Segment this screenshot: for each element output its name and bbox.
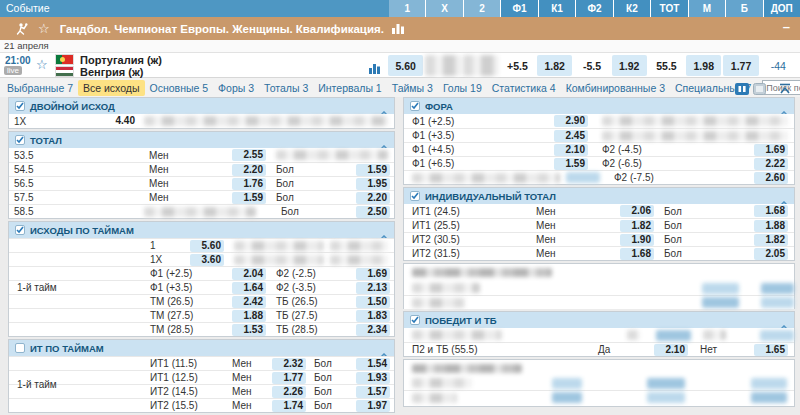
odds-cell[interactable]: 4.40 xyxy=(104,115,138,127)
checkbox-checked-icon[interactable] xyxy=(15,225,25,235)
more-markets-count[interactable]: -44 xyxy=(761,55,796,76)
checkbox-unchecked-icon[interactable] xyxy=(15,343,25,353)
tab-main[interactable]: Основные 5 xyxy=(145,80,214,96)
odds-cell[interactable]: 1.57 xyxy=(356,386,390,398)
odds-cell[interactable]: 1.69 xyxy=(754,144,788,156)
checkbox-checked-icon[interactable] xyxy=(410,191,420,201)
odds-cell[interactable]: 2.10 xyxy=(554,144,588,156)
blurred-cells xyxy=(144,116,388,126)
market-row: 58.5 Бол 2.50 xyxy=(9,204,394,218)
checkbox-checked-icon[interactable] xyxy=(15,135,25,145)
odds-cell-x-blurred[interactable] xyxy=(425,55,460,76)
odds-cell[interactable]: 2.55 xyxy=(232,149,266,161)
market-tabs: Выбранные 7 Все исходы Основные 5 Форы 3… xyxy=(0,78,800,97)
section-header[interactable]: ИСХОДЫ ПО ТАЙМАМ xyxy=(9,222,394,238)
market-row: 53.5 Мен 2.55 xyxy=(9,148,394,162)
line-label: Ф1 (+3.5) xyxy=(145,282,232,293)
odds-cell[interactable]: 2.90 xyxy=(554,115,588,127)
odds-cell[interactable]: 1.50 xyxy=(356,296,390,308)
tab-combined[interactable]: Комбинированные 3 xyxy=(561,80,670,96)
portugal-flag-icon xyxy=(56,55,73,64)
tab-totals[interactable]: Тоталы 3 xyxy=(259,80,313,96)
odds-cell[interactable]: 1.82 xyxy=(620,220,654,232)
odds-cell[interactable]: 1.83 xyxy=(356,310,390,322)
odds-cell-w1[interactable]: 5.60 xyxy=(388,55,423,76)
odds-cell[interactable]: 1.88 xyxy=(754,220,788,232)
favorite-star-icon[interactable]: ☆ xyxy=(38,21,50,36)
odds-cell[interactable]: 1.93 xyxy=(356,372,390,384)
checkbox-checked-icon[interactable] xyxy=(410,101,420,111)
tab-goals[interactable]: Голы 19 xyxy=(438,80,487,96)
direction-label: Бол xyxy=(654,234,754,245)
odds-cell[interactable]: 1.64 xyxy=(232,282,266,294)
blurred-row xyxy=(404,376,794,390)
checkbox-checked-icon[interactable] xyxy=(15,101,25,111)
odds-cell[interactable]: 2.22 xyxy=(754,158,788,170)
section-title: ИСХОДЫ ПО ТАЙМАМ xyxy=(30,225,134,236)
match-stats-icon[interactable] xyxy=(369,60,380,78)
odds-cell[interactable]: 2.50 xyxy=(356,206,390,218)
section-header[interactable]: ИНДИВИДУАЛЬНЫЙ ТОТАЛ xyxy=(404,188,794,204)
odds-cell[interactable]: 2.04 xyxy=(232,268,266,280)
odds-cell[interactable]: 2.20 xyxy=(232,164,266,176)
odds-cell[interactable]: 1.76 xyxy=(232,178,266,190)
odds-cell[interactable]: 2.34 xyxy=(356,324,390,336)
odds-cell-w2-blurred[interactable] xyxy=(463,55,498,76)
odds-cell[interactable]: 1.53 xyxy=(232,324,266,336)
direction-label: Бол xyxy=(276,164,356,175)
home-team-name: Португалия (ж) xyxy=(80,54,162,66)
stats-chart-icon[interactable] xyxy=(392,23,404,34)
tab-all-markets[interactable]: Все исходы xyxy=(78,80,145,96)
match-star-icon[interactable]: ☆ xyxy=(36,57,48,72)
odds-cell[interactable]: 2.20 xyxy=(356,192,390,204)
market-row: Ф1 (+3.5) 2.45 xyxy=(404,128,794,142)
section-header[interactable]: ПОБЕДИТ И ТБ xyxy=(404,312,794,328)
odds-cell[interactable]: 2.06 xyxy=(620,205,654,217)
tab-handicaps[interactable]: Форы 3 xyxy=(213,80,259,96)
odds-cell[interactable]: 1.69 xyxy=(356,268,390,280)
line-label: Ф1 (+2.5) xyxy=(404,116,554,127)
odds-cell-f2[interactable]: 1.92 xyxy=(612,55,647,76)
section-header[interactable]: ДВОЙНОЙ ИСХОД xyxy=(9,98,394,114)
odds-cell[interactable]: 2.13 xyxy=(356,282,390,294)
match-teams[interactable]: Португалия (ж) Венгрия (ж) xyxy=(80,54,162,78)
odds-cell[interactable]: 1.97 xyxy=(356,400,390,412)
odds-cell[interactable]: 2.10 xyxy=(654,344,688,356)
odds-cell[interactable]: 1.77 xyxy=(272,372,306,384)
checkbox-checked-icon[interactable] xyxy=(410,315,420,325)
odds-cell[interactable]: 1.90 xyxy=(620,234,654,246)
odds-cell-under[interactable]: 1.98 xyxy=(686,55,721,76)
tab-selected-bets[interactable]: Выбранные 7 xyxy=(2,80,78,96)
odds-cell[interactable]: 2.26 xyxy=(272,386,306,398)
odds-cell[interactable]: 1.68 xyxy=(754,205,788,217)
live-badge: live xyxy=(4,66,22,75)
odds-cell[interactable]: 5.60 xyxy=(190,240,224,252)
odds-cell-f1[interactable]: 1.82 xyxy=(537,55,572,76)
odds-cell-over[interactable]: 1.77 xyxy=(723,55,758,76)
odds-cell[interactable]: 2.60 xyxy=(754,172,788,184)
tab-intervals[interactable]: Интервалы 1 xyxy=(313,80,386,96)
odds-cell[interactable]: 1.54 xyxy=(356,358,390,370)
odds-cell[interactable]: 1.65 xyxy=(754,344,788,356)
odds-cell[interactable]: 1.59 xyxy=(554,158,588,170)
odds-cell[interactable]: 1.59 xyxy=(232,192,266,204)
market-row: ИТ2 (30.5) Мен 1.90 Бол 1.82 xyxy=(404,232,794,246)
tab-halves[interactable]: Таймы 3 xyxy=(387,80,438,96)
odds-cell[interactable]: 2.05 xyxy=(754,248,788,260)
section-header[interactable]: ФОРА xyxy=(404,98,794,114)
odds-cell[interactable]: 2.42 xyxy=(232,296,266,308)
collapse-league-icon[interactable]: – xyxy=(783,19,790,34)
odds-cell[interactable]: 1.68 xyxy=(620,248,654,260)
odds-cell[interactable]: 1.95 xyxy=(356,178,390,190)
section-header[interactable]: ТОТАЛ xyxy=(9,132,394,148)
odds-cell[interactable]: 3.60 xyxy=(190,254,224,266)
tab-statistics[interactable]: Статистика 4 xyxy=(487,80,561,96)
odds-cell[interactable]: 1.88 xyxy=(232,310,266,322)
section-header[interactable]: ИТ ПО ТАЙМАМ xyxy=(9,340,394,356)
col-header-k1: К1 xyxy=(539,0,575,17)
odds-cell[interactable]: 1.59 xyxy=(356,164,390,176)
odds-cell[interactable]: 1.82 xyxy=(754,234,788,246)
odds-cell[interactable]: 1.74 xyxy=(272,400,306,412)
odds-cell[interactable]: 2.45 xyxy=(554,130,588,142)
odds-cell[interactable]: 2.32 xyxy=(272,358,306,370)
